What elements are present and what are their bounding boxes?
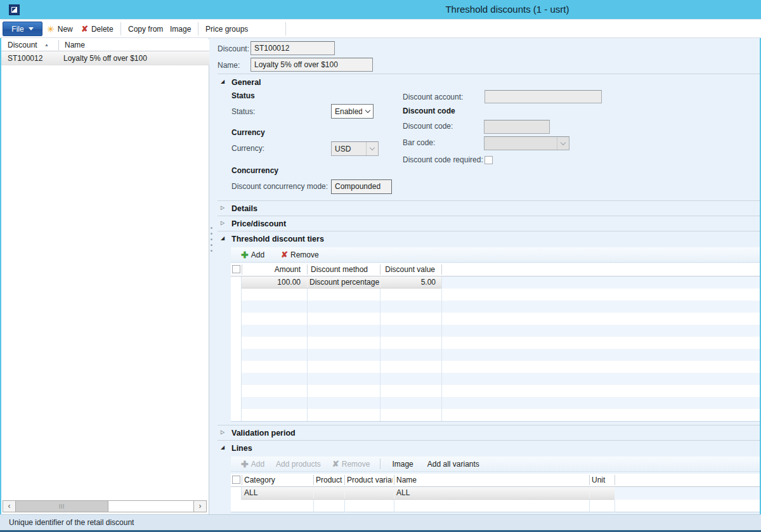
line-category-cell: ALL	[244, 487, 311, 499]
line-unit-cell	[592, 487, 612, 499]
tiers-grid-header: Amount Discount method Discount value	[231, 263, 760, 276]
grid-column-line	[615, 500, 615, 512]
tiers-add-button[interactable]: ✚ Add	[241, 247, 264, 262]
status-bar-text: Unique identifier of the retail discount	[9, 518, 134, 527]
section-header-price-discount[interactable]: ▷ Price/discount	[218, 218, 760, 231]
collapsed-triangle-icon: ▷	[221, 205, 224, 211]
discount-code-required-label: Discount code required:	[403, 155, 483, 164]
expanded-triangle-icon: ◢	[221, 236, 224, 241]
tiers-column-method[interactable]: Discount method	[311, 263, 377, 276]
chevron-down-icon	[366, 142, 378, 155]
line-product-cell	[316, 487, 342, 499]
tiers-checkbox-column	[231, 276, 242, 421]
title-bar: Threshold discounts (1 - usrt)	[0, 0, 761, 19]
records-grid-header: Discount ▲ Name	[1, 39, 209, 51]
tier-method-cell: Discount percentage	[309, 276, 378, 288]
tiers-select-all-checkbox[interactable]	[232, 265, 240, 273]
new-icon: ✳	[47, 25, 55, 34]
column-divider	[313, 475, 314, 485]
lines-column-product-variant[interactable]: Product variant	[347, 474, 393, 486]
image-button[interactable]: Image	[170, 22, 191, 36]
tiers-remove-button[interactable]: ✘ Remove	[281, 247, 319, 262]
discount-field[interactable]: ST100012	[250, 41, 335, 55]
discount-code-field	[484, 120, 550, 134]
section-header-tiers[interactable]: ◢ Threshold discount tiers	[218, 233, 760, 246]
grid-column-line	[307, 276, 308, 421]
app-icon-glyph	[11, 7, 17, 13]
section-divider	[218, 440, 760, 441]
name-field[interactable]: Loyalty 5% off over $100	[250, 58, 373, 72]
name-field-label: Name:	[218, 61, 240, 70]
copy-from-button[interactable]: Copy from	[128, 22, 163, 36]
new-button-label: New	[58, 25, 73, 34]
concurrency-mode-label: Discount concurrency mode:	[231, 182, 328, 191]
threshold-discounts-window: Threshold discounts (1 - usrt) File ✳ Ne…	[0, 0, 761, 532]
tiers-column-value[interactable]: Discount value	[380, 263, 438, 276]
records-horizontal-scrollbar[interactable]: ‹ ||| ›	[3, 500, 207, 512]
delete-icon: ✘	[81, 25, 88, 33]
column-divider	[242, 475, 242, 485]
section-header-general[interactable]: ◢ General	[218, 77, 760, 89]
grid-column-line	[380, 276, 380, 421]
line-name-cell: ALL	[396, 487, 587, 499]
main-toolbar	[0, 19, 761, 38]
record-row-selected[interactable]: ST100012 Loyalty 5% off over $100	[1, 51, 209, 65]
section-header-details[interactable]: ▷ Details	[218, 203, 760, 216]
column-header-name[interactable]: Name	[58, 39, 209, 51]
file-menu-label: File	[11, 25, 23, 34]
lines-column-unit[interactable]: Unit	[592, 474, 613, 486]
toolbar-separator	[120, 22, 121, 36]
tiers-row-selected[interactable]: 100.00 Discount percentage 5.00	[242, 276, 441, 289]
lines-empty-row[interactable]	[231, 500, 760, 512]
lines-remove-button-disabled: ✘ Remove	[332, 457, 370, 471]
section-header-validation-period[interactable]: ▷ Validation period	[218, 427, 760, 440]
chevron-down-icon	[29, 27, 34, 30]
section-divider	[218, 425, 760, 425]
tier-value-cell: 5.00	[381, 276, 438, 288]
lines-image-button[interactable]: Image	[392, 457, 413, 471]
lines-select-all-checkbox[interactable]	[232, 476, 240, 484]
lines-add-button-disabled: ✚ Add	[241, 457, 264, 471]
column-divider	[307, 264, 308, 275]
delete-button[interactable]: ✘ Delete	[81, 22, 114, 36]
status-select[interactable]: Enabled	[331, 104, 374, 119]
grid-column-line	[313, 500, 314, 512]
grid-column-line	[394, 500, 394, 512]
column-header-discount[interactable]: Discount	[1, 39, 58, 51]
scroll-right-button[interactable]: ›	[193, 501, 206, 512]
sort-ascending-icon: ▲	[44, 42, 49, 47]
toolbar-separator	[198, 22, 198, 36]
price-groups-button[interactable]: Price groups	[205, 22, 248, 36]
line-product-variant-cell	[347, 487, 391, 499]
copy-from-label: Copy from	[128, 25, 163, 34]
tier-amount-cell: 100.00	[242, 276, 304, 288]
lines-column-category[interactable]: Category	[244, 474, 313, 486]
tiers-column-amount[interactable]: Amount	[242, 263, 304, 276]
record-name-cell: Loyalty 5% off over $100	[63, 51, 147, 65]
new-button[interactable]: ✳ New	[47, 22, 73, 36]
add-icon: ✚	[241, 460, 249, 469]
grid-column-line	[441, 276, 442, 421]
tiers-grid-body[interactable]	[242, 276, 760, 421]
currency-label: Currency:	[231, 144, 264, 153]
lines-row-selected[interactable]: ALL ALL	[242, 487, 615, 500]
collapsed-triangle-icon: ▷	[221, 221, 224, 226]
grid-bottom-border	[231, 421, 760, 422]
scroll-left-button[interactable]: ‹	[3, 501, 16, 512]
discount-code-required-checkbox[interactable]	[485, 156, 493, 164]
toolbar-separator	[380, 458, 380, 469]
lines-add-all-variants-button[interactable]: Add all variants	[427, 457, 479, 471]
discount-account-field	[485, 90, 602, 103]
concurrency-mode-field[interactable]: Compounded	[331, 179, 392, 194]
panel-splitter[interactable]	[210, 227, 212, 255]
lines-column-name[interactable]: Name	[396, 474, 587, 486]
scrollbar-thumb[interactable]: |||	[16, 501, 108, 512]
grid-column-line	[589, 500, 590, 512]
add-icon: ✚	[241, 250, 249, 259]
section-header-lines[interactable]: ◢ Lines	[218, 443, 760, 455]
lines-column-product[interactable]: Product	[316, 474, 344, 486]
file-menu-button[interactable]: File	[3, 22, 42, 36]
expanded-triangle-icon: ◢	[221, 79, 224, 84]
delete-button-label: Delete	[91, 25, 114, 34]
section-divider	[218, 200, 760, 201]
